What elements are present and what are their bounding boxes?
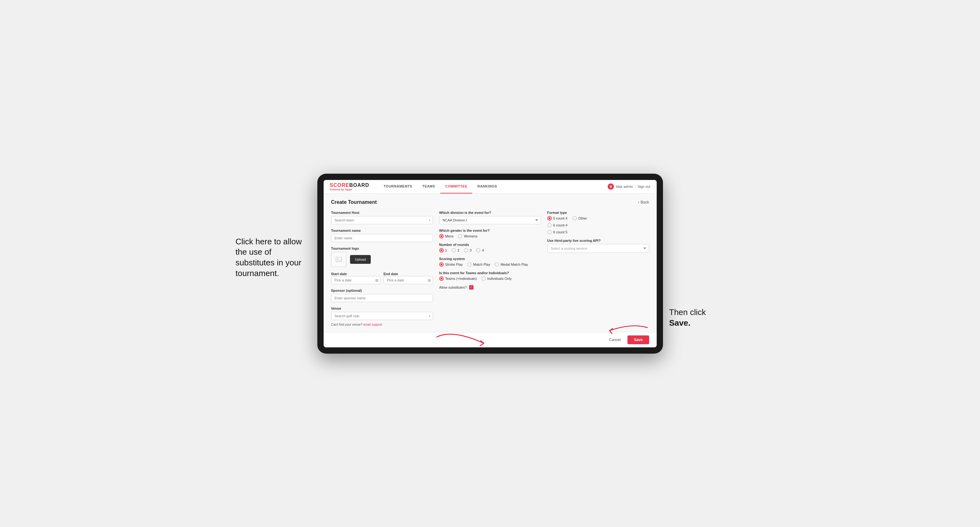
tournament-logo-label: Tournament logo (331, 246, 433, 250)
scoring-group: Scoring system Stroke Play Match Play (439, 257, 541, 267)
venue-help-text: Can't find your venue? email support (331, 323, 433, 326)
format-6count5[interactable]: 6 count 5 (547, 230, 649, 234)
substitutes-checkbox[interactable] (469, 285, 474, 290)
rounds-label: Number of rounds (439, 243, 541, 246)
tournament-name-label: Tournament name (331, 229, 433, 232)
start-date-label: Start date (331, 272, 347, 276)
gender-womens[interactable]: Womens (458, 234, 477, 238)
nav-item-rankings[interactable]: RANKINGS (472, 180, 502, 194)
format-6count5-radio[interactable] (547, 230, 552, 234)
upload-button[interactable]: Upload (350, 255, 371, 264)
scoring-stroke-radio[interactable] (439, 262, 444, 267)
scoring-api-group: Use third-party live scoring API? Select… (547, 239, 649, 253)
nav-logo-text: SCOREBOARD (330, 183, 369, 188)
rounds-2[interactable]: 2 (452, 248, 459, 252)
annotation-right: Then click Save. (669, 307, 732, 329)
rounds-3[interactable]: 3 (464, 248, 472, 252)
scoring-api-label: Use third-party live scoring API? (547, 239, 649, 243)
individuals-only-radio[interactable] (481, 276, 486, 281)
gender-womens-radio[interactable] (458, 234, 462, 238)
rounds-group: Number of rounds 1 2 (439, 243, 541, 252)
division-select[interactable]: NCAA Division I (439, 216, 541, 224)
format-type-label: Format type (547, 211, 649, 214)
page-footer: Cancel Save (324, 332, 657, 348)
start-date-input[interactable] (331, 276, 380, 284)
teams-plus-radio[interactable] (439, 276, 444, 281)
division-group: Which division is the event for? NCAA Di… (439, 211, 541, 224)
substitutes-label: Allow substitutes? (439, 286, 467, 289)
rounds-3-radio[interactable] (464, 248, 468, 252)
scoring-match[interactable]: Match Play (467, 262, 490, 267)
gender-radio-group: Mens Womens (439, 234, 541, 238)
form-columns: Tournament Host ▾ Tournament name Tourna (331, 211, 649, 326)
page-header: Create Tournament ‹ Back (331, 199, 649, 205)
rounds-4[interactable]: 4 (476, 248, 484, 252)
rounds-1-radio[interactable] (439, 248, 444, 252)
teams-group: Is this event for Teams and/or Individua… (439, 271, 541, 281)
logo-placeholder (331, 252, 346, 267)
venue-group: Venue ▾ Can't find your venue? email sup… (331, 306, 433, 326)
host-dropdown-icon: ▾ (429, 218, 430, 222)
teams-plus-individuals[interactable]: Teams (+Individuals) (439, 276, 477, 281)
rounds-1[interactable]: 1 (439, 248, 447, 252)
division-label: Which division is the event for? (439, 211, 541, 214)
nav-logo: SCOREBOARD Powered by clippd (330, 183, 369, 191)
tournament-host-input[interactable] (331, 216, 433, 224)
tablet-screen: SCOREBOARD Powered by clippd TOURNAMENTS… (324, 180, 657, 348)
format-5count4-radio[interactable] (547, 216, 552, 221)
nav-item-tournaments[interactable]: TOURNAMENTS (379, 180, 417, 194)
nav-item-committee[interactable]: COMMITTEE (440, 180, 473, 194)
start-date-wrap: ▦ (331, 276, 380, 284)
nav-logo-sub: Powered by clippd (330, 188, 369, 191)
svg-rect-0 (336, 257, 342, 262)
venue-dropdown-icon: ▾ (429, 314, 430, 317)
form-section-right: Format type 5 count 4 Other (547, 211, 649, 326)
rounds-2-radio[interactable] (452, 248, 456, 252)
form-section-left: Tournament Host ▾ Tournament name Tourna (331, 211, 433, 326)
format-other-radio[interactable] (573, 216, 577, 221)
tournament-host-label: Tournament Host (331, 211, 433, 214)
sponsor-label: Sponsor (optional) (331, 289, 433, 292)
format-row-1: 5 count 4 Other (547, 216, 649, 221)
scoring-match-radio[interactable] (467, 262, 472, 267)
tournament-name-group: Tournament name (331, 229, 433, 242)
scoring-service-select[interactable]: Select a scoring service (547, 244, 649, 253)
format-6count4[interactable]: 6 count 4 (547, 223, 649, 227)
save-button[interactable]: Save (627, 335, 649, 344)
nav-right: B blair admin | Sign out (608, 183, 650, 190)
dates-group: Start date ▦ End date (331, 271, 433, 284)
back-link[interactable]: ‹ Back (638, 200, 649, 205)
format-other[interactable]: Other (573, 216, 587, 221)
form-section-middle: Which division is the event for? NCAA Di… (439, 211, 541, 326)
teams-radio-group: Teams (+Individuals) Individuals Only (439, 276, 541, 281)
scoring-stroke[interactable]: Stroke Play (439, 262, 463, 267)
page-title: Create Tournament (331, 199, 377, 205)
nav-item-teams[interactable]: TEAMS (417, 180, 440, 194)
annotation-left: Click here to allow the use of substitut… (235, 237, 311, 279)
gender-mens[interactable]: Mens (439, 234, 454, 238)
format-6count4-radio[interactable] (547, 223, 552, 227)
scoring-medal-radio[interactable] (495, 262, 499, 267)
gender-mens-radio[interactable] (439, 234, 444, 238)
end-date-wrap: ▦ (383, 276, 433, 284)
gender-label: Which gender is the event for? (439, 229, 541, 232)
sponsor-input[interactable] (331, 294, 433, 302)
venue-input[interactable] (331, 312, 433, 320)
end-date-label: End date (383, 272, 398, 276)
rounds-4-radio[interactable] (476, 248, 480, 252)
cancel-button[interactable]: Cancel (605, 336, 624, 344)
scoring-medal[interactable]: Medal Match Play (495, 262, 528, 267)
gender-group: Which gender is the event for? Mens Wome… (439, 229, 541, 238)
substitutes-checkbox-item[interactable]: Allow substitutes? (439, 285, 541, 290)
page-wrapper: Click here to allow the use of substitut… (317, 174, 663, 354)
end-date-input[interactable] (383, 276, 433, 284)
venue-email-link[interactable]: email support (363, 323, 382, 326)
signout-link[interactable]: Sign out (638, 185, 650, 189)
nav-items: TOURNAMENTS TEAMS COMMITTEE RANKINGS (379, 180, 608, 194)
individuals-only[interactable]: Individuals Only (481, 276, 512, 281)
format-5count4[interactable]: 5 count 4 (547, 216, 568, 221)
tournament-name-input[interactable] (331, 234, 433, 242)
substitutes-group: Allow substitutes? (439, 285, 541, 290)
sponsor-group: Sponsor (optional) (331, 289, 433, 302)
teams-label: Is this event for Teams and/or Individua… (439, 271, 541, 275)
